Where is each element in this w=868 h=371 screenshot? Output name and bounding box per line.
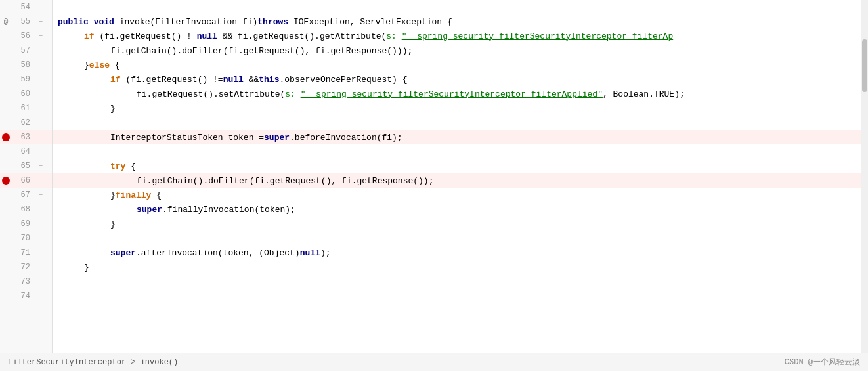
code-line-70 [53,231,861,246]
token-67a: } [110,190,116,200]
token-try-65: try [110,162,125,171]
breakpoint-66[interactable] [0,177,12,185]
line-gutter: 54 @ 55 − 56 − 57 [0,0,53,353]
fold-65[interactable]: − [35,161,46,171]
line-num-69: 69 [12,219,35,229]
code-line-73 [53,274,861,289]
fold-54[interactable] [35,2,46,12]
token-72: } [84,263,89,273]
token-61: } [110,104,116,114]
watermark: CSDN @一个风轻云淡 [785,357,860,368]
line-num-65: 65 [12,162,35,171]
token-60a: fi.getRequest().setAttribute( [137,89,285,99]
code-line-74 [53,289,861,303]
token-56a: (fi.getRequest() != [95,32,197,41]
gutter-row-64: 64 [0,144,52,159]
code-line-55: public void invoke(FilterInvocation fi) … [53,14,861,29]
gutter-row-70: 70 [0,231,52,246]
line-num-57: 57 [12,46,35,55]
gutter-row-58: 58 [0,58,52,72]
line-num-56: 56 [12,32,35,41]
token-null-71: null [300,248,320,258]
gutter-row-62: 62 [0,116,52,130]
line-num-74: 74 [12,292,35,301]
token-69: } [110,219,116,229]
code-line-57: fi.getChain().doFilter(fi.getRequest(), … [53,43,861,58]
token-60c: , Boolean.TRUE); [603,89,685,99]
token-65b: { [125,162,136,171]
token-public: public [58,17,89,27]
line-num-54: 54 [12,3,35,12]
line-num-58: 58 [12,60,35,70]
code-content[interactable]: public void invoke(FilterInvocation fi) … [53,0,861,353]
breakpoint-icon-63 [2,133,10,141]
token-71b: .afterInvocation(token, (Object) [136,248,300,258]
gutter-row-71: 71 [0,246,52,260]
code-line-66: fi.getChain().doFilter(fi.getRequest(), … [53,173,861,188]
line-num-67: 67 [12,190,35,200]
gutter-row-59: 59 − [0,72,52,87]
at-icon-55: @ [4,18,9,26]
gutter-row-60: 60 [0,87,52,101]
line-num-70: 70 [12,234,35,243]
gutter-row-72: 72 [0,260,52,274]
fold-67[interactable]: − [35,190,46,200]
breadcrumb: FilterSecurityInterceptor > invoke() [8,358,178,367]
token-68b: .finallyInvocation(token); [162,205,295,215]
line-num-68: 68 [12,205,35,214]
token-60b [295,89,301,99]
fold-63 [35,132,46,142]
code-line-65: try { [53,159,861,173]
token-else-58: else [89,60,110,70]
code-line-60: fi.getRequest().setAttribute( s: "__spri… [53,87,861,101]
fold-73 [35,276,46,287]
token-s-label-60: s: [285,89,295,99]
code-line-64 [53,144,861,159]
code-area: 54 @ 55 − 56 − 57 [0,0,868,353]
status-bar: FilterSecurityInterceptor > invoke() CSD… [0,353,868,371]
fold-59[interactable]: − [35,74,46,85]
breadcrumb-area: FilterSecurityInterceptor > invoke() [8,358,178,367]
token-58a: } [84,60,89,70]
breakpoint-55: @ [0,18,12,26]
token-59c: .observeOncePerRequest) { [279,75,407,85]
token-finally-67: finally [116,190,152,200]
fold-60 [35,89,46,99]
breakpoint-63[interactable] [0,133,12,141]
token-63b: .beforeInvocation(fi); [290,133,402,142]
breakpoint-icon-66 [2,177,10,185]
token-59a: (fi.getRequest() != [121,75,223,85]
token-invoke: invoke(FilterInvocation fi) [119,17,258,27]
code-line-72: } [53,260,861,274]
gutter-row-56: 56 − [0,29,52,43]
token-throws: throws [257,17,288,27]
code-line-63: InterceptorStatusToken token = super .be… [53,130,861,144]
token-58b: { [110,60,120,70]
fold-66 [35,175,46,186]
code-line-71: super .afterInvocation(token, (Object) n… [53,246,861,260]
gutter-row-55: @ 55 − [0,14,52,29]
fold-57 [35,45,46,56]
code-line-54 [53,0,861,14]
token-63a: InterceptorStatusToken token = [110,133,264,142]
gutter-row-61: 61 [0,101,52,116]
token-exceptions: IOException, ServletException { [293,17,452,27]
token-59b: && [244,75,259,85]
vertical-scrollbar[interactable] [861,0,868,353]
token-null-59: null [223,75,244,85]
line-num-60: 60 [12,89,35,98]
fold-55[interactable]: − [35,16,46,27]
scrollbar-thumb[interactable] [862,39,867,92]
line-num-55: 55 [12,17,35,26]
token-66: fi.getChain().doFilter(fi.getRequest(), … [137,176,433,186]
token-super-68: super [137,205,162,215]
token-string-56: "__spring_security_filterSecurityInterce… [402,32,673,41]
code-line-61: } [53,101,861,116]
fold-56[interactable]: − [35,31,46,41]
fold-69 [35,219,46,229]
line-num-61: 61 [12,104,35,113]
fold-64 [35,146,46,157]
line-num-72: 72 [12,263,35,272]
line-num-63: 63 [12,133,35,142]
gutter-row-63: 63 [0,130,52,144]
